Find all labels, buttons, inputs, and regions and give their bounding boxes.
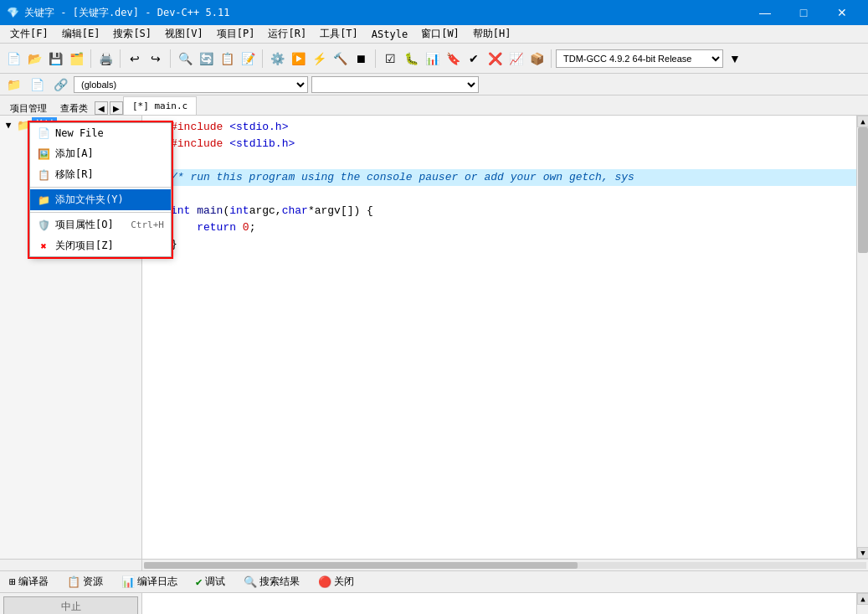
debug-tab[interactable]: ✔ 调试 — [190, 572, 231, 591]
main-area: ▼ 📁 关键 📄 New File 🖼️ 添加[A] 📋 移除[R] 📁 添加文… — [0, 116, 868, 559]
compile-btn[interactable]: ⚙️ — [267, 49, 287, 69]
bottom-scroll-up[interactable]: ▲ — [857, 593, 868, 605]
menu-astyle[interactable]: AStyle — [365, 25, 414, 43]
menu-edit[interactable]: 编辑[E] — [55, 25, 107, 43]
title-bar-controls: — □ ✕ — [746, 0, 861, 25]
window-title: 关键字 - [关键字.dev] - Dev-C++ 5.11 — [24, 6, 229, 20]
minimize-button[interactable]: — — [746, 0, 784, 25]
symbol-dropdown[interactable] — [311, 76, 479, 93]
search-tools: 🔍 🔄 📋 📝 — [175, 49, 258, 69]
tab-prev[interactable]: ◀ — [95, 101, 108, 115]
context-menu: 📄 New File 🖼️ 添加[A] 📋 移除[R] 📁 添加文件夹(Y) 🛡… — [29, 122, 172, 257]
compile-run-btn[interactable]: ⚡ — [309, 49, 329, 69]
ctx-add-folder[interactable]: 📁 添加文件夹(Y) — [30, 189, 171, 210]
nav-tools: ↩ ↪ — [125, 49, 166, 69]
maximize-button[interactable]: □ — [784, 0, 823, 25]
menu-run[interactable]: 运行[R] — [261, 25, 313, 43]
syntax-btn[interactable]: ✔ — [464, 49, 484, 69]
find-btn[interactable]: 🔍 — [175, 49, 195, 69]
ctx-sep1 — [30, 187, 171, 188]
stat-btn[interactable]: 📈 — [506, 49, 526, 69]
menu-tools[interactable]: 工具[T] — [313, 25, 365, 43]
toggle-btn[interactable]: ☑ — [380, 49, 400, 69]
h-scroll-thumb[interactable] — [144, 562, 578, 569]
ctx-properties[interactable]: 🛡️ 项目属性[O] Ctrl+H — [30, 214, 171, 235]
print-btn[interactable]: 🖨️ — [95, 49, 116, 69]
close-tab-icon: 🔴 — [318, 575, 331, 588]
tab-bar: 项目管理 查看类 ◀ ▶ [*] main.c — [0, 95, 868, 116]
save-btn[interactable]: 💾 — [45, 49, 65, 69]
debug-btn[interactable]: 🐛 — [401, 49, 421, 69]
compiler-dropdown[interactable]: TDM-GCC 4.9.2 64-bit Release — [556, 49, 723, 68]
add-folder-icon: 📁 — [37, 193, 50, 207]
properties-icon: 🛡️ — [37, 219, 50, 232]
v-scroll-thumb[interactable] — [858, 127, 868, 253]
compile-log-tab[interactable]: 📊 编译日志 — [116, 572, 183, 591]
resources-tab[interactable]: 📋 资源 — [61, 572, 109, 591]
scope-dropdown[interactable]: (globals) — [74, 76, 308, 93]
compile-log-label: 编译日志 — [137, 575, 177, 589]
ctx-new-file[interactable]: 📄 New File — [30, 123, 171, 143]
bottom-scroll-track — [857, 605, 868, 614]
code-line-8: 8 } — [142, 236, 856, 253]
info-btn[interactable]: 📦 — [526, 49, 547, 69]
menu-help[interactable]: 帮助[H] — [466, 25, 518, 43]
v-scroll-track — [857, 127, 868, 547]
resources-tab-icon: 📋 — [67, 575, 80, 588]
main-toolbar: 📄 📂 💾 🗂️ 🖨️ ↩ ↪ 🔍 🔄 📋 📝 ⚙️ ▶️ ⚡ 🔨 ⏹ ☑ 🐛 … — [0, 44, 868, 74]
redo-btn[interactable]: ↪ — [146, 49, 166, 69]
menu-search[interactable]: 搜索[S] — [106, 25, 158, 43]
ctx-properties-shortcut: Ctrl+H — [131, 219, 164, 230]
stop-btn[interactable]: ⏹ — [351, 49, 371, 69]
close-button[interactable]: ✕ — [823, 0, 861, 25]
bottom-right-panel: ▲ ▼ — [142, 593, 868, 614]
class-tab-label[interactable]: 查看类 — [54, 102, 95, 115]
debug-tools: ☑ 🐛 📊 🔖 ✔ ❌ 📈 📦 — [380, 49, 547, 69]
profile-btn[interactable]: 📊 — [422, 49, 442, 69]
run-btn[interactable]: ▶️ — [288, 49, 308, 69]
open-btn[interactable]: 📂 — [24, 49, 44, 69]
replace-files-btn[interactable]: 📝 — [238, 49, 258, 69]
menu-window[interactable]: 窗口[W] — [414, 25, 466, 43]
menu-project[interactable]: 项目[P] — [210, 25, 262, 43]
compiler-tab[interactable]: ⊞ 编译器 — [3, 572, 54, 591]
error-btn[interactable]: ❌ — [485, 49, 505, 69]
file-tools: 📄 📂 💾 🗂️ — [3, 49, 86, 69]
bookmark-btn[interactable]: 🔖 — [443, 49, 463, 69]
bottom-v-scrollbar: ▲ ▼ — [856, 593, 868, 614]
folder-icon: 📁 — [17, 119, 30, 132]
editor-area[interactable]: 1 #include <stdio.h> 2 #include <stdlib.… — [142, 116, 856, 559]
toolbar2-btn1[interactable]: 📁 — [3, 75, 23, 95]
close-tab[interactable]: 🔴 关闭 — [312, 572, 360, 591]
find-files-btn[interactable]: 📋 — [217, 49, 237, 69]
bottom-left-panel: 中止 Shorten compiler paths — [0, 593, 142, 614]
replace-btn[interactable]: 🔄 — [196, 49, 216, 69]
stop-compile-btn[interactable]: 中止 — [3, 596, 138, 614]
rebuild-btn[interactable]: 🔨 — [330, 49, 350, 69]
ctx-close-project[interactable]: ✖ 关闭项目[Z] — [30, 235, 171, 256]
new-file-icon: 📄 — [37, 126, 50, 140]
toolbar2: 📁 📄 🔗 (globals) — [0, 74, 868, 95]
main-c-tab-label: [*] main.c — [132, 101, 187, 111]
toolbar2-btn3[interactable]: 🔗 — [50, 75, 70, 95]
undo-btn[interactable]: ↩ — [125, 49, 145, 69]
ctx-sep2 — [30, 212, 171, 213]
debug-tab-icon: ✔ — [196, 575, 203, 588]
scroll-up-btn[interactable]: ▲ — [857, 116, 868, 127]
ctx-remove[interactable]: 📋 移除[R] — [30, 164, 171, 185]
compiler-tab-label: 编译器 — [18, 575, 49, 589]
compiler-arrow[interactable]: ▼ — [725, 49, 745, 69]
ctx-add[interactable]: 🖼️ 添加[A] — [30, 143, 171, 164]
compile-log-icon: 📊 — [121, 575, 135, 588]
save-all-btn[interactable]: 🗂️ — [66, 49, 86, 69]
toolbar2-btn2[interactable]: 📄 — [27, 75, 47, 95]
compiler-tab-icon: ⊞ — [9, 575, 16, 588]
search-results-tab[interactable]: 🔍 搜索结果 — [238, 572, 306, 591]
menu-file[interactable]: 文件[F] — [3, 25, 55, 43]
new-btn[interactable]: 📄 — [3, 49, 23, 69]
main-c-tab[interactable]: [*] main.c — [123, 96, 197, 115]
scroll-down-btn[interactable]: ▼ — [857, 547, 868, 559]
tab-next[interactable]: ▶ — [110, 101, 123, 115]
menu-view[interactable]: 视图[V] — [158, 25, 210, 43]
project-tab-label[interactable]: 项目管理 — [3, 102, 54, 115]
